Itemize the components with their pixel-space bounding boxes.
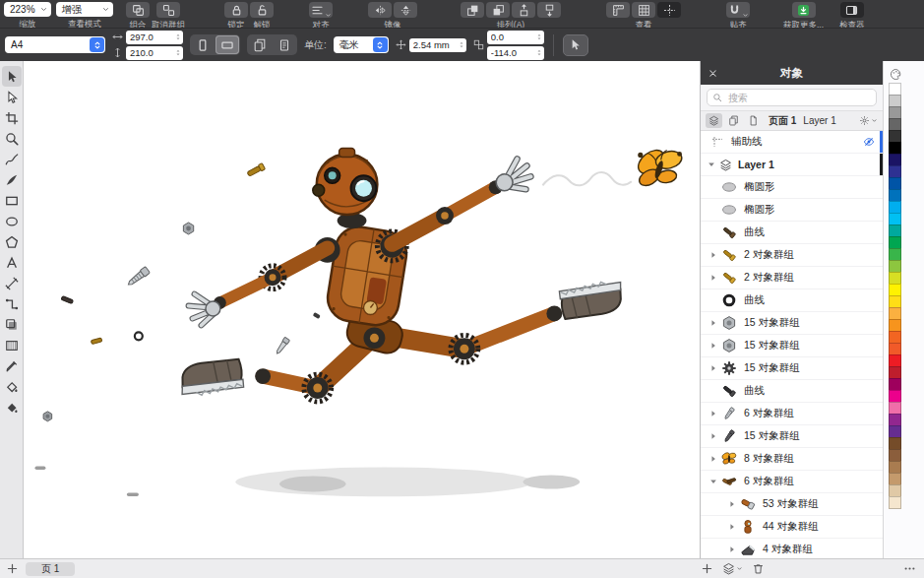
close-icon[interactable] bbox=[708, 68, 718, 79]
eyedropper-tool[interactable] bbox=[2, 355, 22, 376]
duplicate-y-field[interactable] bbox=[487, 46, 544, 60]
scattered-parts[interactable] bbox=[34, 163, 320, 496]
order-forward-button[interactable] bbox=[512, 2, 535, 18]
page-width-input[interactable] bbox=[130, 32, 174, 42]
view-grid-button[interactable] bbox=[632, 2, 655, 18]
nudge-input[interactable] bbox=[413, 39, 458, 50]
drop-shadow-tool[interactable] bbox=[2, 314, 22, 335]
caret-right-icon[interactable] bbox=[727, 522, 737, 532]
object-row[interactable]: 4 对象群组 bbox=[701, 539, 883, 558]
view-pages-toggle[interactable] bbox=[725, 113, 742, 128]
ungroup-button[interactable] bbox=[156, 2, 180, 18]
flip-horizontal-button[interactable] bbox=[368, 2, 392, 18]
view-rulers-button[interactable] bbox=[606, 2, 630, 18]
shape-tool[interactable] bbox=[2, 87, 22, 107]
caret-spacer[interactable] bbox=[708, 295, 718, 305]
artistic-media-tool[interactable] bbox=[2, 169, 22, 190]
guides-row[interactable]: 辅助线 bbox=[701, 131, 883, 154]
duplicate-x-input[interactable] bbox=[491, 32, 535, 42]
flip-vertical-button[interactable] bbox=[394, 2, 417, 18]
stepper-icon[interactable] bbox=[174, 47, 182, 58]
color-swatch[interactable] bbox=[889, 496, 901, 509]
connector-tool[interactable] bbox=[2, 293, 22, 314]
eye-off-icon[interactable] bbox=[863, 136, 875, 148]
duplicate-x-field[interactable] bbox=[487, 31, 544, 44]
stepper-icon[interactable] bbox=[458, 39, 465, 50]
combine-button[interactable] bbox=[126, 2, 150, 18]
lock-button[interactable] bbox=[224, 2, 248, 18]
object-row[interactable]: 15 对象群组 bbox=[701, 425, 883, 448]
duplicate-y-input[interactable] bbox=[491, 47, 535, 58]
view-objects-toggle[interactable] bbox=[706, 113, 722, 128]
new-object-button[interactable] bbox=[701, 562, 713, 575]
unlock-button[interactable] bbox=[250, 2, 274, 18]
smart-fill-tool[interactable] bbox=[2, 397, 22, 417]
add-page-button[interactable] bbox=[6, 562, 19, 575]
object-row[interactable]: 椭圆形 bbox=[701, 176, 883, 199]
caret-right-icon[interactable] bbox=[708, 273, 718, 283]
artwork[interactable] bbox=[24, 61, 700, 558]
freehand-tool[interactable] bbox=[2, 149, 22, 169]
panel-options-button[interactable] bbox=[859, 115, 878, 126]
object-row[interactable]: 曲线 bbox=[701, 289, 883, 312]
page-width-field[interactable] bbox=[126, 31, 183, 44]
object-row[interactable]: 8 对象群组 bbox=[701, 448, 883, 471]
order-to-back-button[interactable] bbox=[486, 2, 510, 18]
object-row[interactable]: 53 对象群组 bbox=[701, 493, 883, 516]
robot[interactable] bbox=[176, 148, 627, 401]
order-backward-button[interactable] bbox=[537, 2, 561, 18]
stepper-icon[interactable] bbox=[535, 32, 543, 42]
caret-spacer[interactable] bbox=[708, 205, 718, 215]
stepper-icon[interactable] bbox=[174, 32, 182, 42]
object-row[interactable]: 曲线 bbox=[701, 222, 883, 244]
object-row[interactable]: 44 对象群组 bbox=[701, 516, 883, 539]
text-tool[interactable] bbox=[2, 252, 22, 273]
search-input[interactable] bbox=[726, 92, 871, 104]
current-page-button[interactable] bbox=[273, 35, 296, 54]
ellipse-tool[interactable] bbox=[2, 211, 22, 231]
caret-down-icon[interactable] bbox=[707, 160, 716, 169]
object-row[interactable]: 15 对象群组 bbox=[701, 335, 883, 357]
stepper-icon[interactable] bbox=[535, 47, 543, 58]
caret-spacer[interactable] bbox=[708, 227, 718, 237]
canvas-page[interactable] bbox=[24, 61, 700, 558]
nudge-field[interactable] bbox=[409, 38, 466, 52]
landscape-button[interactable] bbox=[216, 35, 239, 54]
interactive-fill-tool[interactable] bbox=[2, 376, 22, 397]
page-size-select[interactable]: A4 bbox=[5, 36, 105, 53]
portrait-button[interactable] bbox=[191, 35, 215, 54]
order-to-front-button[interactable] bbox=[461, 2, 484, 18]
object-row[interactable]: 15 对象群组 bbox=[701, 312, 883, 335]
all-pages-button[interactable] bbox=[248, 35, 272, 54]
object-row[interactable]: 6 对象群组 bbox=[701, 471, 883, 493]
zoom-tool[interactable] bbox=[2, 128, 22, 149]
object-row[interactable]: 15 对象群组 bbox=[701, 357, 883, 380]
caret-down-icon[interactable] bbox=[708, 477, 718, 486]
snap-magnet-button[interactable] bbox=[726, 2, 750, 18]
rectangle-tool[interactable] bbox=[2, 190, 22, 211]
get-more-button[interactable] bbox=[792, 2, 816, 18]
polygon-tool[interactable] bbox=[2, 231, 22, 252]
caret-right-icon[interactable] bbox=[708, 454, 718, 464]
dimension-tool[interactable] bbox=[2, 273, 22, 293]
object-row[interactable]: 曲线 bbox=[701, 380, 883, 403]
delete-object-button[interactable] bbox=[752, 562, 765, 575]
pick-tool[interactable] bbox=[2, 66, 22, 87]
caret-right-icon[interactable] bbox=[708, 250, 718, 260]
caret-right-icon[interactable] bbox=[708, 409, 718, 418]
treat-as-filled-button[interactable] bbox=[563, 34, 588, 56]
overflow-menu-button[interactable] bbox=[903, 562, 916, 575]
page-height-input[interactable] bbox=[130, 47, 174, 58]
crop-tool[interactable] bbox=[2, 107, 22, 128]
breadcrumb-layer[interactable]: Layer 1 bbox=[803, 115, 835, 126]
caret-right-icon[interactable] bbox=[708, 363, 718, 373]
caret-right-icon[interactable] bbox=[708, 431, 718, 441]
zoom-level-select[interactable]: 223% bbox=[4, 2, 51, 17]
search-field[interactable] bbox=[707, 89, 877, 106]
page-height-field[interactable] bbox=[126, 46, 183, 60]
caret-spacer[interactable] bbox=[708, 386, 718, 396]
transparency-tool[interactable] bbox=[2, 335, 22, 355]
view-mode-select[interactable]: 增强 bbox=[56, 2, 113, 17]
butterfly[interactable] bbox=[634, 146, 684, 189]
caret-right-icon[interactable] bbox=[727, 545, 737, 554]
